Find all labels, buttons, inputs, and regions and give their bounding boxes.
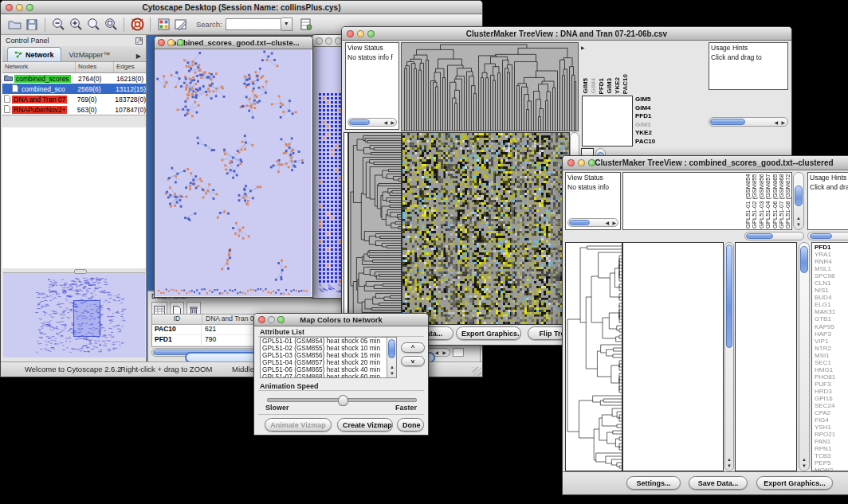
zoom-window-icon[interactable] [277, 316, 285, 323]
scroll-right-icon[interactable]: ▶ [391, 119, 395, 126]
scroll-left-icon[interactable]: ◀ [434, 350, 438, 356]
tv2-gene-label[interactable]: NIS1 [815, 287, 848, 294]
tv2-gene-label[interactable]: FIG4 [815, 416, 848, 424]
attr-move-up-button[interactable]: ^ [401, 342, 425, 353]
tv1-main-heatmap[interactable] [402, 132, 570, 325]
tv2-gene-label[interactable]: CPA2 [815, 409, 848, 416]
close-icon[interactable] [347, 30, 354, 37]
annotation-icon[interactable] [172, 17, 190, 33]
attr-move-down-button[interactable]: v [401, 356, 425, 366]
float-panel-icon[interactable] [135, 33, 143, 48]
tv2-gene-label[interactable]: RNR4 [815, 258, 848, 265]
col-edges[interactable]: Edges [114, 62, 146, 72]
tv2-gene-label[interactable]: RPO21 [815, 431, 848, 438]
tv2-gene-label[interactable]: HAP3 [815, 330, 848, 338]
scroll-down-icon[interactable]: ▼ [802, 463, 807, 469]
close-icon[interactable] [158, 39, 165, 46]
import-table-icon[interactable] [297, 17, 315, 33]
overview-canvas[interactable] [3, 273, 145, 357]
close-icon[interactable] [258, 316, 265, 323]
done-button[interactable]: Done [397, 418, 424, 432]
animate-vizmap-button[interactable]: Animate Vizmap [265, 418, 332, 432]
tv1-column-dendrogram[interactable] [401, 42, 579, 131]
scroll-up-icon[interactable]: ▲ [796, 215, 801, 221]
create-vizmap-button[interactable]: Create Vizmap [337, 418, 393, 432]
tab-vizmapper[interactable]: VizMapper™ [61, 48, 119, 61]
col-network[interactable]: Network [2, 62, 76, 72]
scroll-up-icon[interactable]: ▲ [802, 456, 807, 463]
tv2-gene-label[interactable]: HMG1 [815, 366, 848, 373]
scroll-down-icon[interactable]: ▼ [796, 221, 801, 228]
network-row[interactable]: DNA and Tran 07769(0)183728(0) [2, 94, 146, 104]
tv2-gene-label[interactable]: PFD1 [815, 244, 848, 251]
zoom-window-icon[interactable] [588, 159, 595, 166]
tv2-gene-label[interactable]: ELG1 [815, 301, 848, 308]
scroll-right-icon[interactable]: ▶ [781, 119, 785, 126]
zoom-window-icon[interactable] [367, 30, 375, 37]
scroll-left-icon[interactable]: ◀ [383, 119, 387, 126]
scroll-down-icon[interactable]: ▼ [727, 463, 732, 469]
tv2-usage-hscrollbar[interactable] [807, 232, 848, 240]
tv2-gene-label[interactable]: RPN1 [815, 445, 848, 452]
tv2-export-graphics-button[interactable]: Export Graphics... [756, 476, 833, 490]
network-row[interactable]: RNAPuberNov2+563(0)107847(0) [2, 104, 146, 115]
attribute-list-item[interactable]: GPL51-07 (GSM868) heat shock 60 min [262, 373, 396, 378]
window-resize-grip[interactable] [473, 367, 481, 376]
main-title-bar[interactable]: Cytoscape Desktop (Session Name: collins… [1, 1, 482, 14]
search-dropdown-arrow[interactable]: ▼ [281, 18, 292, 31]
attr-col-id[interactable]: ID [152, 315, 202, 324]
tv2-gene-label[interactable]: VIP1 [815, 338, 848, 345]
network-view-canvas[interactable] [155, 49, 311, 296]
tv2-gene-label[interactable]: MSL1 [815, 265, 848, 272]
tv2-gene-label[interactable]: CLN1 [815, 279, 848, 287]
zoom-window-icon[interactable] [177, 39, 184, 46]
network-overview[interactable] [3, 272, 145, 357]
vizmapper-grid-icon[interactable] [155, 17, 172, 33]
zoom-fit-icon[interactable] [102, 17, 120, 33]
close-icon[interactable] [316, 37, 323, 45]
tv2-main-heatmap[interactable] [622, 242, 724, 471]
network-view-window[interactable]: combined_scores_good.txt--cluste... [154, 36, 313, 298]
tv2-save-data-button[interactable]: Save Data... [689, 476, 748, 490]
scroll-up-icon[interactable]: ▲ [727, 456, 732, 463]
tv2-collabel-vscrollbar[interactable]: ▲ ▼ [793, 172, 804, 230]
scroll-left-icon[interactable]: ◀ [774, 119, 778, 126]
zoom-window-icon[interactable] [26, 4, 33, 11]
animation-speed-slider[interactable] [267, 398, 417, 402]
tv2-heatmap-vscrollbar[interactable]: ▲ ▼ [724, 242, 734, 471]
minimize-icon[interactable] [357, 30, 364, 37]
tv2-status-hscrollbar[interactable]: ◀ ▶ [567, 218, 618, 227]
save-icon[interactable] [23, 17, 41, 33]
tv2-collabel-hscrollbar[interactable] [744, 232, 804, 240]
minimize-icon[interactable] [16, 4, 23, 11]
tv2-gene-label[interactable]: YSH1 [815, 424, 848, 431]
tv1-usage-hscrollbar[interactable]: ◀ ▶ [709, 117, 788, 127]
tv1-export-graphics-button[interactable]: Export Graphics... [456, 326, 521, 340]
scroll-right-icon[interactable]: ▶ [612, 220, 616, 226]
tv2-gene-label[interactable]: KAP95 [815, 323, 848, 330]
minimize-icon[interactable] [325, 37, 332, 45]
network-row[interactable]: combined_sco2569(6)13112(15) [2, 84, 146, 94]
zoom-out-icon[interactable] [49, 17, 67, 33]
close-icon[interactable] [6, 4, 13, 11]
tv2-gene-label[interactable]: GPI16 [815, 395, 848, 402]
tv1-status-hscrollbar[interactable]: ◀ ▶ [347, 118, 397, 127]
tv2-row-dendrogram[interactable] [565, 242, 622, 471]
attribute-listbox[interactable]: GPL51-01 (GSM854) heat shock 05 minGPL51… [260, 337, 397, 378]
tv2-genelist-vscrollbar[interactable]: ▲ ▼ [799, 242, 810, 471]
minimize-icon[interactable] [268, 316, 275, 323]
tv2-gene-label[interactable]: HRD3 [815, 388, 848, 395]
tv2-zoom-heatmap[interactable] [735, 242, 797, 471]
tab-network[interactable]: Network [7, 47, 61, 61]
scroll-down-icon[interactable]: ▼ [390, 370, 395, 377]
tv1-zoom-heatmap[interactable] [582, 96, 633, 147]
tv2-gene-label[interactable]: NTR2 [815, 345, 848, 352]
tv2-gene-label[interactable]: YRA1 [815, 251, 848, 258]
map-colors-dialog[interactable]: Map Colors to Network Attribute List GPL… [253, 313, 429, 436]
tv2-gene-label[interactable]: MAK31 [815, 308, 848, 315]
treeview2-window[interactable]: ClusterMaker TreeView : combined_scores_… [562, 155, 848, 495]
tv2-gene-label[interactable]: GTB1 [815, 315, 848, 322]
scroll-left-icon[interactable]: ◀ [605, 220, 609, 226]
col-nodes[interactable]: Nodes [76, 62, 114, 72]
tv2-gene-label[interactable]: PEP5 [815, 459, 848, 467]
